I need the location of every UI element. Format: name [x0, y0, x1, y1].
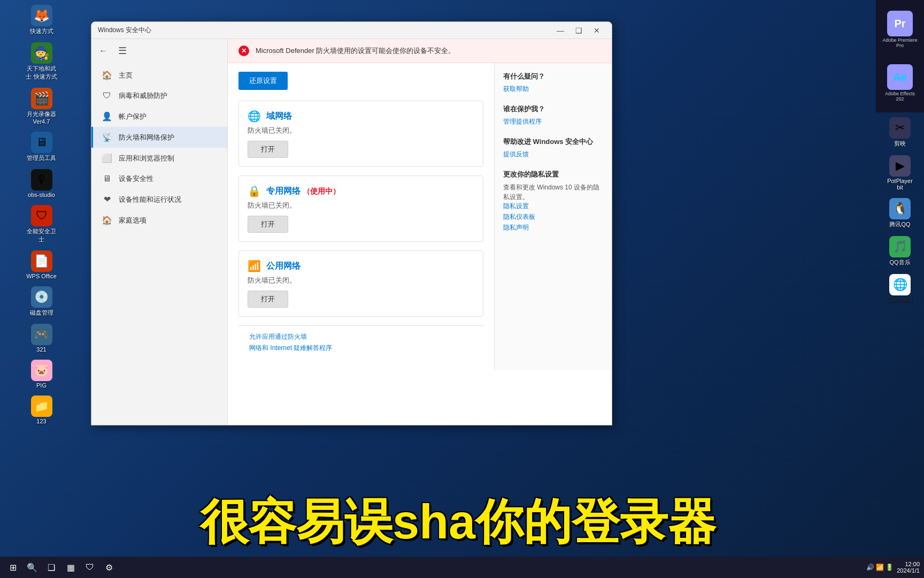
desktop-icon-5[interactable]: 🎙 obs-studio [23, 167, 60, 200]
nav-app-browser-label: 应用和浏览器控制 [119, 154, 174, 163]
virus-icon: 🛡 [102, 91, 112, 101]
main-content: ✕ Microsoft Defender 防火墙使用的设置可能会使你的设备不安全… [228, 39, 612, 425]
close-button[interactable]: ✕ [588, 24, 605, 37]
after-effects-icon[interactable]: Ae Adobe Effects 202 [881, 64, 919, 102]
jianying-icon[interactable]: ✂ 剪映 [881, 115, 919, 150]
desktop-icon-3[interactable]: 🎬 月光录像器 Ver4.7 [23, 86, 60, 127]
right-info-panel: 有什么疑问？ 获取帮助 谁在保护我？ 管理提供程序 帮助改进 Windows 安… [494, 63, 612, 370]
qq-icon[interactable]: 🐧 腾讯QQ [881, 196, 919, 231]
domain-network-title: 域网络 [266, 111, 292, 122]
search-button[interactable]: 🔍 [24, 559, 41, 576]
get-help-link[interactable]: 获取帮助 [503, 85, 603, 94]
private-network-title-text: 专用网络 [266, 186, 301, 195]
tray-icons: 🔊 📶 🔋 [866, 564, 894, 571]
private-network-title: 专用网络 （使用中） [266, 186, 340, 197]
domain-network-status: 防火墙已关闭。 [248, 126, 474, 135]
nav-home[interactable]: 🏠 主页 [91, 65, 227, 86]
firewall-icon: 📡 [102, 132, 112, 142]
desktop-icon-8[interactable]: 💿 磁盘管理 [23, 284, 60, 319]
allow-apps-link[interactable]: 允许应用通过防火墙 [249, 332, 473, 341]
domain-network-section: 🌐 域网络 防火墙已关闭。 打开 [238, 101, 483, 167]
warning-banner: ✕ Microsoft Defender 防火墙使用的设置可能会使你的设备不安全… [228, 39, 612, 63]
taskbar-tray: 🔊 📶 🔋 12:00 2024/1/1 [866, 561, 920, 574]
nav-items: 🏠 主页 🛡 病毒和威胁防护 👤 帐户保护 📡 防火墙和网络保护 [91, 63, 227, 233]
restore-button[interactable]: 还原设置 [238, 72, 288, 90]
nav-performance[interactable]: ❤ 设备性能和运行状况 [91, 189, 227, 210]
nav-firewall[interactable]: 📡 防火墙和网络保护 [91, 127, 227, 148]
nav-app-browser[interactable]: ⬜ 应用和浏览器控制 [91, 148, 227, 169]
public-network-icon: 📶 [248, 260, 261, 272]
content-area: 还原设置 🌐 域网络 防火墙已关闭。 打开 [228, 63, 612, 370]
nav-device-security[interactable]: 🖥 设备安全性 [91, 169, 227, 189]
nav-device-security-label: 设备安全性 [119, 174, 153, 184]
task-view-button[interactable]: ❑ [43, 559, 60, 576]
desktop-icon-11[interactable]: 📁 123 [23, 393, 60, 427]
qqmusic-icon[interactable]: 🎵 QQ音乐 [881, 234, 919, 269]
widgets-button[interactable]: ▦ [62, 559, 79, 576]
warning-text: Microsoft Defender 防火墙使用的设置可能会使你的设备不安全。 [256, 46, 455, 56]
right-sidebar: ✂ 剪映 ▶ PotPlayer bit 🐧 腾讯QQ 🎵 QQ音乐 🌐 Chr… [876, 112, 924, 578]
troubleshoot-link[interactable]: 网络和 Internet 疑难解答程序 [249, 344, 473, 353]
nav-firewall-label: 防火墙和网络保护 [119, 133, 174, 142]
icon-label-2: 天下地和武士 快速方式 [25, 65, 58, 81]
public-network-open-btn[interactable]: 打开 [248, 291, 288, 308]
app-browser-icon: ⬜ [102, 153, 112, 163]
window-title: Windows 安全中心 [98, 26, 552, 35]
privacy-statement-link[interactable]: 隐私声明 [503, 223, 603, 232]
desktop-icons: 🦊 快速方式 🧙 天下地和武士 快速方式 🎬 月光录像器 Ver4.7 🖥 管理… [0, 0, 83, 578]
nav-account-label: 帐户保护 [119, 112, 147, 121]
main-sections: 还原设置 🌐 域网络 防火墙已关闭。 打开 [228, 63, 494, 370]
info-q3-title: 帮助改进 Windows 安全中心 [503, 137, 603, 147]
minimize-button[interactable]: — [552, 24, 569, 37]
defender-taskbar-icon[interactable]: 🛡 [81, 559, 98, 576]
premiere-badge: Pr [887, 11, 913, 36]
nav-virus[interactable]: 🛡 病毒和威胁防护 [91, 86, 227, 106]
maximize-button[interactable]: ❑ [570, 24, 587, 37]
date: 2024/1/1 [897, 567, 920, 574]
manage-providers-link[interactable]: 管理提供程序 [503, 117, 603, 126]
icon-label-5: obs-studio [28, 192, 55, 198]
icon-label-7: WPS Office [26, 273, 57, 279]
home-icon: 🏠 [102, 70, 112, 80]
desktop-icon-7[interactable]: 📄 WPS Office [23, 248, 60, 282]
icon-label-11: 123 [36, 418, 46, 424]
privacy-dashboard-link[interactable]: 隐私仪表板 [503, 212, 603, 222]
desktop-icon-10[interactable]: 🐷 PIG [23, 358, 60, 391]
nav-panel: ← ☰ 🏠 主页 🛡 病毒和威胁防护 👤 帐户保护 [91, 39, 228, 425]
desktop-icon-6[interactable]: 🛡 全能安全卫士 [23, 203, 60, 246]
performance-icon: ❤ [102, 194, 112, 204]
ae-badge: Ae [887, 64, 913, 90]
domain-network-open-btn[interactable]: 打开 [248, 141, 288, 158]
title-bar: Windows 安全中心 — ❑ ✕ [91, 22, 612, 39]
menu-button[interactable]: ☰ [115, 43, 130, 58]
icon-label-10: PIG [36, 382, 47, 389]
domain-network-header: 🌐 域网络 [248, 110, 474, 123]
info-q1: 有什么疑问？ 获取帮助 [503, 72, 603, 94]
back-button[interactable]: ← [96, 43, 111, 58]
settings-taskbar-btn[interactable]: ⚙ [101, 559, 118, 576]
desktop-icon-9[interactable]: 🎮 321 [23, 322, 60, 355]
private-network-open-btn[interactable]: 打开 [248, 216, 288, 233]
privacy-settings-link[interactable]: 隐私设置 [503, 202, 603, 211]
nav-home-label: 主页 [119, 71, 133, 80]
icon-label-1: 快速方式 [30, 27, 53, 35]
window-body: ← ☰ 🏠 主页 🛡 病毒和威胁防护 👤 帐户保护 [91, 39, 612, 425]
info-q4-desc: 查看和更改 Windows 10 设备的隐私设置。 [503, 182, 603, 202]
private-network-icon: 🔒 [248, 185, 261, 197]
title-bar-buttons: — ❑ ✕ [552, 24, 605, 37]
desktop: 🦊 快速方式 🧙 天下地和武士 快速方式 🎬 月光录像器 Ver4.7 🖥 管理… [0, 0, 924, 578]
nav-account[interactable]: 👤 帐户保护 [91, 106, 227, 127]
desktop-icon-2[interactable]: 🧙 天下地和武士 快速方式 [23, 40, 60, 83]
windows-security-window: Windows 安全中心 — ❑ ✕ ← ☰ 🏠 主页 [91, 21, 612, 425]
potplayer-icon[interactable]: ▶ PotPlayer bit [881, 153, 919, 193]
desktop-icon-1[interactable]: 🦊 快速方式 [23, 3, 60, 37]
chrome-icon[interactable]: 🌐 Chrome 1 [881, 272, 919, 305]
desktop-icon-4[interactable]: 🖥 管理员工具 [23, 130, 60, 164]
start-button[interactable]: ⊞ [4, 559, 21, 576]
domain-network-icon: 🌐 [248, 110, 261, 123]
device-security-icon: 🖥 [102, 174, 112, 184]
premiere-icon[interactable]: Pr Adobe Premiere Pro [881, 11, 919, 48]
nav-family[interactable]: 🏠 家庭选项 [91, 210, 227, 231]
icon-label-4: 管理员工具 [27, 154, 56, 162]
feedback-link[interactable]: 提供反馈 [503, 150, 603, 159]
